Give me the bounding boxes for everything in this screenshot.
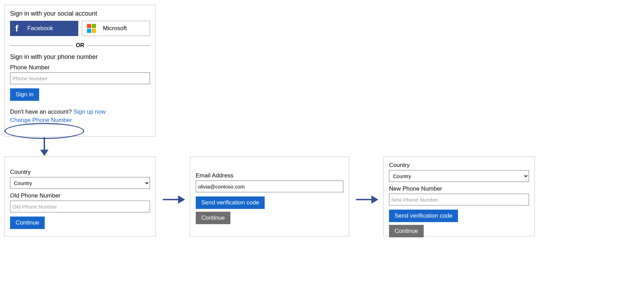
continue-button[interactable]: Continue: [389, 225, 424, 237]
signin-panel: Sign in with your social account f Faceb…: [4, 5, 156, 137]
signup-now-link[interactable]: Sign up now: [73, 108, 106, 115]
country-select[interactable]: Country: [10, 177, 150, 189]
phone-number-label: Phone Number: [10, 64, 150, 71]
country-label: Country: [10, 169, 150, 176]
old-phone-number-label: Old Phone Number: [10, 192, 150, 199]
signin-button[interactable]: Sign in: [10, 88, 39, 101]
microsoft-button-label: Microsoft: [103, 25, 127, 32]
old-phone-number-input[interactable]: [10, 201, 150, 212]
send-verification-code-button[interactable]: Send verification code: [196, 196, 265, 209]
continue-button[interactable]: Continue: [196, 212, 230, 224]
facebook-icon: f: [15, 23, 18, 34]
social-signin-heading: Sign in with your social account: [10, 10, 150, 17]
svg-marker-5: [371, 195, 378, 204]
continue-button[interactable]: Continue: [10, 217, 45, 229]
new-phone-number-label: New Phone Number: [389, 185, 529, 192]
new-phone-panel: Country Country New Phone Number Send ve…: [383, 157, 535, 236]
email-address-label: Email Address: [196, 172, 343, 179]
or-divider: OR: [10, 42, 150, 49]
email-verification-panel: Email Address Send verification code Con…: [190, 157, 349, 236]
microsoft-icon: [87, 24, 96, 33]
facebook-button[interactable]: f Facebook: [10, 21, 78, 36]
or-text: OR: [76, 42, 84, 49]
svg-marker-1: [40, 150, 48, 156]
divider-line-left: [10, 45, 73, 46]
flow-arrow-right-icon: [356, 193, 379, 206]
change-phone-number-link[interactable]: Change Phone Number: [10, 117, 72, 124]
send-verification-code-button[interactable]: Send verification code: [389, 210, 458, 222]
annotation-ellipse: [5, 123, 84, 139]
facebook-button-label: Facebook: [27, 25, 53, 32]
email-address-input[interactable]: [196, 181, 343, 192]
old-phone-panel: Country Country Old Phone Number Continu…: [4, 157, 156, 236]
phone-signin-heading: Sign in with your phone number: [10, 53, 150, 61]
signup-row: Don't have an account? Sign up now: [10, 108, 150, 115]
microsoft-button[interactable]: Microsoft: [82, 21, 150, 36]
no-account-text: Don't have an account?: [10, 108, 73, 115]
flow-arrow-down-icon: [37, 137, 51, 157]
new-phone-number-input[interactable]: [389, 194, 529, 205]
svg-marker-3: [178, 195, 185, 204]
divider-line-right: [87, 45, 150, 46]
phone-number-input[interactable]: [10, 72, 150, 84]
social-buttons-row: f Facebook Microsoft: [10, 21, 150, 36]
country-select[interactable]: Country: [389, 170, 529, 182]
country-label: Country: [389, 162, 529, 169]
flow-arrow-right-icon: [163, 193, 186, 206]
